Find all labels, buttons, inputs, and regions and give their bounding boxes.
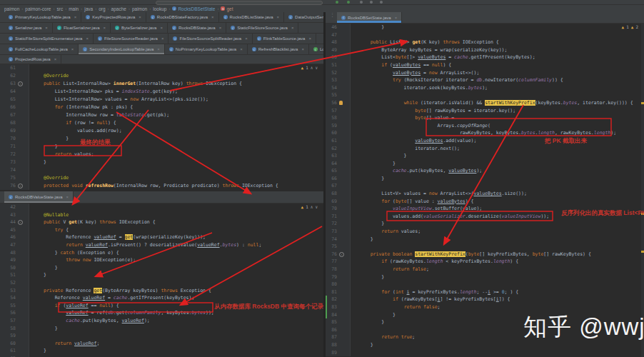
editor-tab[interactable]: cSecondaryIndexLookupTable.java×	[79, 44, 165, 54]
tab-close-icon[interactable]: ×	[240, 47, 243, 51]
code-line[interactable]: 76↑protected void refreshRow(InternalRow…	[0, 182, 323, 190]
tab-close-icon[interactable]: ×	[45, 26, 48, 30]
override-gutter-icon[interactable]: ↑	[18, 81, 23, 86]
code-line[interactable]: 46 Reference valueRef = get(wrap(seriali…	[0, 233, 323, 241]
tool-icon[interactable]	[380, 1, 383, 4]
line-number[interactable]: 87	[326, 333, 337, 341]
code-line[interactable]: 58 }	[0, 325, 323, 333]
code-line[interactable]: 49 ByteArray keyBytes = wrap(serializeKe…	[326, 46, 644, 54]
line-number[interactable]: 68	[326, 190, 337, 198]
line-number[interactable]: 75	[326, 243, 337, 251]
line-number[interactable]: 52	[326, 69, 337, 77]
code-line[interactable]: 60 return valueRef;	[0, 340, 323, 348]
editor-tab[interactable]: cRocksDBValueState.java×	[4, 191, 74, 203]
editor-tab[interactable]: cFileStoreSourceReader.java×	[94, 34, 169, 44]
editor-tab[interactable]: cByteSerializer.java×	[111, 23, 168, 33]
tab-close-icon[interactable]: ×	[74, 15, 77, 19]
code-line[interactable]: 85 }	[326, 318, 644, 326]
tab-close-icon[interactable]: ×	[71, 47, 74, 51]
code-line[interactable]: 48 public List<V> get(K key) throws IOEx…	[326, 39, 644, 46]
line-number[interactable]: 64	[326, 160, 337, 168]
line-number[interactable]: 59	[0, 332, 16, 340]
code-line[interactable]: 73}	[0, 159, 323, 166]
line-number[interactable]: 71	[0, 143, 16, 151]
editor-tab[interactable]: cRefreshBlacklist.java×	[248, 44, 309, 54]
editor-tab[interactable]: cFlinkTableSource.java×	[253, 34, 316, 44]
code-line[interactable]: 58 byte[] value =	[326, 114, 644, 122]
tab-close-icon[interactable]: ×	[277, 15, 280, 19]
breadcrumb-item[interactable]: src	[56, 6, 63, 11]
line-number[interactable]: 60	[0, 340, 16, 348]
code-line[interactable]: 83 return false;	[326, 303, 644, 311]
line-number[interactable]: 61	[326, 137, 337, 145]
chevron-down-icon[interactable]: ∨	[315, 204, 318, 209]
code-line[interactable]: 48 } catch (Exception e) {	[0, 249, 323, 257]
code-line[interactable]: 57 cache.put(keyBytes, valueRef);	[0, 317, 323, 325]
code-line[interactable]: 44↑public V get(K key) throws IOExceptio…	[0, 218, 323, 226]
editor-tab[interactable]: cRocksDBStateFactory.java×	[146, 12, 219, 22]
code-line[interactable]: 88 }	[326, 341, 644, 349]
code-line[interactable]: 69 values.add(row);	[0, 127, 323, 135]
code-line[interactable]: 82 if (rawKeyBytes[i] != keyPrefixBytes[…	[326, 296, 644, 303]
line-number[interactable]: 49	[0, 256, 16, 264]
line-number[interactable]: 61	[0, 347, 16, 355]
override-gutter-icon[interactable]: ↑	[18, 183, 23, 188]
line-number[interactable]: 55	[0, 302, 16, 310]
code-line[interactable]: 47	[326, 31, 644, 39]
editor-tab[interactable]: cStaticFileStoreSplitEnumerator.java×	[4, 34, 94, 44]
line-number[interactable]: 80	[326, 281, 337, 288]
chevron-up-icon[interactable]: ∧	[311, 204, 313, 209]
code-line[interactable]: 53 try (RocksIterator iterator = db.newI…	[326, 76, 644, 84]
line-number[interactable]: 82	[326, 296, 337, 303]
lightbulb-icon[interactable]	[339, 101, 343, 105]
line-number[interactable]: 84	[326, 311, 337, 319]
line-number[interactable]: 54	[0, 294, 16, 302]
code-line[interactable]: 62@Override	[0, 72, 323, 80]
line-number[interactable]: 48	[326, 39, 337, 46]
code-line[interactable]: 72 }	[326, 220, 644, 228]
override-gutter-icon[interactable]: ↑	[18, 220, 23, 225]
code-line[interactable]: 47 return valueRef.isPresent() ? deseria…	[0, 241, 323, 249]
code-line[interactable]: 63↑public List<InternalRow> innerGet(Int…	[0, 80, 323, 88]
line-number[interactable]: 49	[326, 46, 337, 54]
editor-tab[interactable]: cFullCacheLookupTable.java×	[4, 44, 79, 54]
code-line[interactable]: 54 iterator.seek(keyBytes.bytes);	[326, 84, 644, 92]
editor-tab[interactable]: cProjectedRow.java×	[4, 55, 61, 64]
code-line[interactable]: 49 throw new IOException(e);	[0, 256, 323, 264]
tab-close-icon[interactable]: ×	[66, 195, 69, 199]
code-line[interactable]: 51 if (valueBytes == null) {	[326, 61, 644, 69]
line-number[interactable]: 56	[326, 99, 337, 107]
code-line[interactable]: 46 }	[326, 24, 644, 31]
code-line[interactable]: 70 }	[0, 135, 323, 143]
breadcrumb-item[interactable]: paimon	[4, 6, 19, 11]
code-line[interactable]: 56 while (iterator.isValid() && startWit…	[326, 99, 644, 107]
editor-tab[interactable]: cStaticFileStoreSource.java×	[226, 23, 298, 33]
tab-close-icon[interactable]: ×	[139, 15, 141, 19]
override-gutter-icon[interactable]: ↑	[339, 252, 344, 257]
line-number[interactable]: 44	[0, 218, 16, 226]
line-number[interactable]: 77	[326, 258, 337, 266]
code-line[interactable]: 72 return values;	[0, 151, 323, 159]
line-number[interactable]: 58	[0, 325, 16, 333]
line-number[interactable]: 81	[326, 288, 337, 296]
line-number[interactable]: 75	[0, 174, 16, 182]
code-line[interactable]: 52 valueBytes = new ArrayList<>();	[326, 69, 644, 77]
editor-tab[interactable]: cNoPrimaryKeyLookupTable.java×	[165, 44, 248, 54]
line-number[interactable]: 72	[326, 220, 337, 228]
line-number[interactable]: 47	[326, 31, 337, 39]
line-number[interactable]: 79	[326, 273, 337, 281]
line-number[interactable]: 51	[0, 271, 16, 279]
code-line[interactable]: 68 if (row != null) {	[0, 119, 323, 127]
debug-icon[interactable]	[347, 1, 350, 4]
code-line[interactable]: 79 }	[326, 273, 644, 281]
breadcrumb-item[interactable]: org	[99, 6, 105, 11]
tab-close-icon[interactable]: ×	[104, 26, 106, 30]
line-number[interactable]: 70	[0, 135, 16, 143]
code-line[interactable]: 60 rawKeyBytes, keyBytes.bytes.length, r…	[326, 129, 644, 137]
editor-tab[interactable]: cKeyProjectedRow.java×	[81, 12, 146, 22]
line-number[interactable]: 76	[0, 182, 16, 190]
line-number[interactable]: 66	[326, 175, 337, 183]
code-line[interactable]: 45 try {	[0, 226, 323, 234]
line-number[interactable]: 65	[0, 96, 16, 104]
line-number[interactable]: 69	[326, 198, 337, 206]
